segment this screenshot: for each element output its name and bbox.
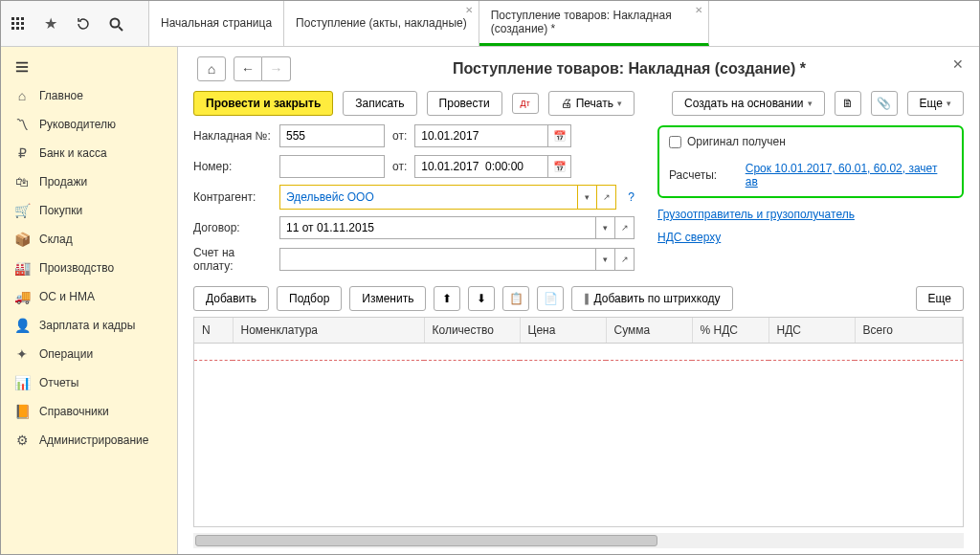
chevron-down-icon: ▾ xyxy=(808,99,813,108)
close-icon[interactable]: ✕ xyxy=(695,5,702,16)
sidebar-item-label: Руководителю xyxy=(39,118,116,131)
sidebar-item-admin[interactable]: ⚙ Администрирование xyxy=(1,426,177,455)
svg-rect-2 xyxy=(21,17,24,20)
svg-rect-1 xyxy=(16,17,19,20)
tab-receipts[interactable]: Поступление (акты, накладные) ✕ xyxy=(284,1,479,46)
add-row-button[interactable]: Добавить xyxy=(193,286,269,311)
chevron-down-icon[interactable]: ▾ xyxy=(577,186,596,209)
sales-icon: 🛍 xyxy=(14,174,30,189)
move-up-button[interactable]: ⬆ xyxy=(434,286,460,311)
contract-label: Договор: xyxy=(193,221,272,234)
sidebar-item-label: Справочники xyxy=(39,405,109,418)
star-icon[interactable]: ★ xyxy=(41,14,60,33)
tab-bar: Начальная страница Поступление (акты, на… xyxy=(149,1,979,46)
datetime-input[interactable] xyxy=(414,155,548,178)
print-icon: 🖨 xyxy=(561,97,572,110)
table-row[interactable] xyxy=(194,361,963,456)
hscrollbar[interactable] xyxy=(193,533,964,548)
table-row[interactable] xyxy=(194,344,963,361)
edit-row-button[interactable]: Изменить xyxy=(349,286,426,311)
items-table[interactable]: N Номенклатура Количество Цена Сумма % Н… xyxy=(193,317,964,527)
tab-current[interactable]: Поступление товаров: Накладная (создание… xyxy=(479,1,709,46)
sidebar-item-main[interactable]: ⌂ Главное xyxy=(1,81,177,110)
dtkt-button[interactable]: Дт xyxy=(512,93,539,114)
sidebar-item-production[interactable]: 🏭 Производство xyxy=(1,254,177,282)
page-title: Поступление товаров: Накладная (создание… xyxy=(299,60,960,78)
svg-rect-0 xyxy=(11,17,14,20)
chevron-down-icon[interactable]: ▾ xyxy=(596,216,615,239)
attach-button[interactable]: 📎 xyxy=(871,91,898,116)
copy-button[interactable]: 📋 xyxy=(502,286,529,311)
pick-button[interactable]: Подбор xyxy=(277,286,342,311)
table-more-button[interactable]: Еще xyxy=(916,286,964,311)
vat-link[interactable]: НДС сверху xyxy=(657,231,721,244)
bank-icon: ₽ xyxy=(14,145,30,161)
shipper-link[interactable]: Грузоотправитель и грузополучатель xyxy=(657,208,855,221)
th-total: Всего xyxy=(855,318,963,344)
post-button[interactable]: Провести xyxy=(427,91,502,116)
sidebar-item-label: Производство xyxy=(39,261,114,275)
sidebar-item-warehouse[interactable]: 📦 Склад xyxy=(1,225,177,254)
chevron-down-icon[interactable]: ▾ xyxy=(596,248,615,271)
chart-icon: 〽 xyxy=(14,117,30,132)
number-input[interactable] xyxy=(279,155,385,178)
close-icon[interactable]: ✕ xyxy=(465,5,473,16)
post-close-button[interactable]: Провести и закрыть xyxy=(193,91,333,116)
sidebar-item-label: Зарплата и кадры xyxy=(39,319,135,332)
page-close-icon[interactable]: ✕ xyxy=(952,56,964,72)
search-icon[interactable] xyxy=(106,14,125,33)
sidebar-item-purchases[interactable]: 🛒 Покупки xyxy=(1,196,177,225)
sidebar-item-label: Операции xyxy=(39,347,93,361)
sidebar-item-os[interactable]: 🚚 ОС и НМА xyxy=(1,282,177,311)
calendar-icon[interactable]: 📅 xyxy=(548,155,571,178)
th-vatpct: % НДС xyxy=(692,318,768,344)
open-icon[interactable]: ↗ xyxy=(596,186,615,209)
counterparty-input[interactable] xyxy=(280,186,577,209)
invoice-label: Накладная №: xyxy=(193,129,272,143)
sidebar: ⌂ Главное 〽 Руководителю ₽ Банк и касса … xyxy=(1,47,178,554)
contract-input[interactable] xyxy=(279,216,596,239)
calc-link[interactable]: Срок 10.01.2017, 60.01, 60.02, зачет ав xyxy=(746,162,952,189)
open-icon[interactable]: ↗ xyxy=(615,216,635,239)
original-label: Оригинал получен xyxy=(687,135,786,148)
move-down-button[interactable]: ⬇ xyxy=(468,286,495,311)
from-label2: от: xyxy=(392,160,407,173)
sidebar-item-ops[interactable]: ✦ Операции xyxy=(1,340,177,368)
bill-input[interactable] xyxy=(279,248,596,271)
scroll-thumb[interactable] xyxy=(195,535,657,546)
svg-rect-5 xyxy=(21,22,24,25)
sidebar-item-label: Отчеты xyxy=(39,376,78,389)
open-icon[interactable]: ↗ xyxy=(615,248,635,271)
save-button[interactable]: Записать xyxy=(343,91,416,116)
apps-icon[interactable] xyxy=(9,14,28,33)
sidebar-item-label: Склад xyxy=(39,233,73,246)
tab-home[interactable]: Начальная страница xyxy=(149,1,284,46)
sidebar-item-bank[interactable]: ₽ Банк и касса xyxy=(1,139,177,167)
barcode-button[interactable]: ∥ Добавить по штрихкоду xyxy=(571,286,732,311)
home-button[interactable]: ⌂ xyxy=(197,56,226,81)
th-price: Цена xyxy=(520,318,606,344)
sidebar-item-hr[interactable]: 👤 Зарплата и кадры xyxy=(1,311,177,340)
doc-button[interactable]: 🗎 xyxy=(835,91,861,116)
invoice-no-input[interactable] xyxy=(279,124,385,147)
th-qty: Количество xyxy=(424,318,520,344)
sidebar-item-reports[interactable]: 📊 Отчеты xyxy=(1,368,177,397)
back-button[interactable]: ← xyxy=(234,56,262,81)
sidebar-item-manager[interactable]: 〽 Руководителю xyxy=(1,110,177,139)
paste-button[interactable]: 📄 xyxy=(537,286,564,311)
calendar-icon[interactable]: 📅 xyxy=(548,124,571,147)
date1-input[interactable] xyxy=(414,124,548,147)
more-button[interactable]: Еще ▾ xyxy=(907,91,964,116)
sidebar-toggle[interactable] xyxy=(1,53,177,81)
truck-icon: 🚚 xyxy=(14,289,30,304)
calc-label: Расчеты: xyxy=(669,168,746,182)
forward-button[interactable]: → xyxy=(262,56,291,81)
sidebar-item-sales[interactable]: 🛍 Продажи xyxy=(1,167,177,196)
help-icon[interactable]: ? xyxy=(628,190,635,204)
sidebar-item-refs[interactable]: 📙 Справочники xyxy=(1,397,177,426)
create-based-button[interactable]: Создать на основании ▾ xyxy=(672,91,825,116)
print-button[interactable]: 🖨 Печать ▾ xyxy=(548,91,635,116)
cart-icon: 🛒 xyxy=(14,203,30,218)
original-checkbox[interactable] xyxy=(669,136,681,148)
history-icon[interactable] xyxy=(74,14,93,33)
